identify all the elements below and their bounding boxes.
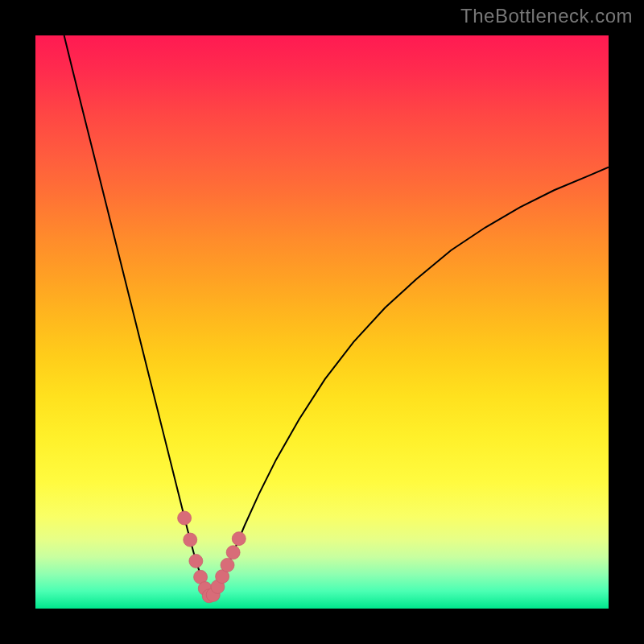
dip-marker [184, 533, 197, 547]
plot-area [35, 35, 609, 609]
chart-container: TheBottleneck.com [0, 0, 644, 644]
watermark-text: TheBottleneck.com [460, 5, 633, 27]
dip-marker-group [178, 511, 246, 603]
dip-marker [232, 532, 246, 546]
dip-marker [178, 511, 192, 525]
dip-marker [226, 546, 240, 559]
dip-marker [221, 558, 234, 572]
dip-marker [189, 554, 203, 568]
chart-svg [35, 35, 609, 609]
bottleneck-curve-line [64, 35, 609, 597]
